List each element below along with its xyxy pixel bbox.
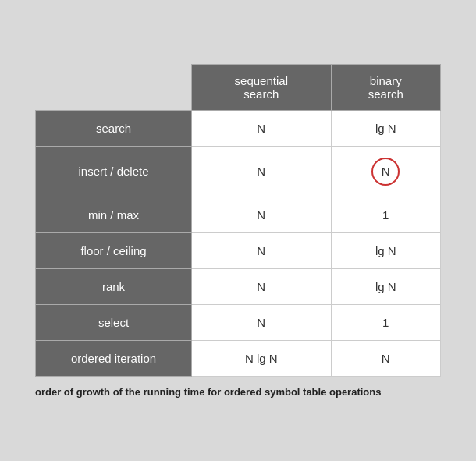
row-label: select (36, 304, 192, 340)
row-label: insert / delete (36, 146, 192, 197)
row-label: rank (36, 268, 192, 304)
table-row: floor / ceilingNlg N (36, 232, 441, 268)
binary-value: lg N (331, 268, 440, 304)
table-container: sequentialsearch binarysearch searchNlg … (35, 64, 441, 377)
binary-header: binarysearch (331, 64, 440, 110)
table-row: ordered iterationN lg NN (36, 340, 441, 376)
sequential-value: N (192, 268, 332, 304)
table-row: rankNlg N (36, 268, 441, 304)
table-row: min / maxN1 (36, 197, 441, 232)
table-row: insert / deleteNN (36, 146, 441, 197)
binary-value: 1 (331, 197, 440, 232)
sequential-value: N (192, 197, 332, 232)
table-caption: order of growth of the running time for … (35, 386, 441, 398)
row-label: min / max (36, 197, 192, 232)
empty-header (36, 64, 192, 110)
table-row: selectN1 (36, 304, 441, 340)
sequential-value: N (192, 304, 332, 340)
row-label: search (36, 110, 192, 146)
binary-value: lg N (331, 110, 440, 146)
binary-value: N (331, 146, 440, 197)
binary-value: N (331, 340, 440, 376)
sequential-value: N (192, 110, 332, 146)
row-label: floor / ceiling (36, 232, 192, 268)
sequential-value: N (192, 232, 332, 268)
comparison-table: sequentialsearch binarysearch searchNlg … (35, 64, 441, 377)
binary-value: 1 (331, 304, 440, 340)
page-wrapper: sequentialsearch binarysearch searchNlg … (20, 48, 456, 413)
circled-value: N (371, 158, 400, 186)
binary-value: lg N (331, 232, 440, 268)
sequential-value: N (192, 146, 332, 197)
sequential-value: N lg N (192, 340, 332, 376)
table-row: searchNlg N (36, 110, 441, 146)
sequential-header: sequentialsearch (192, 64, 332, 110)
row-label: ordered iteration (36, 340, 192, 376)
